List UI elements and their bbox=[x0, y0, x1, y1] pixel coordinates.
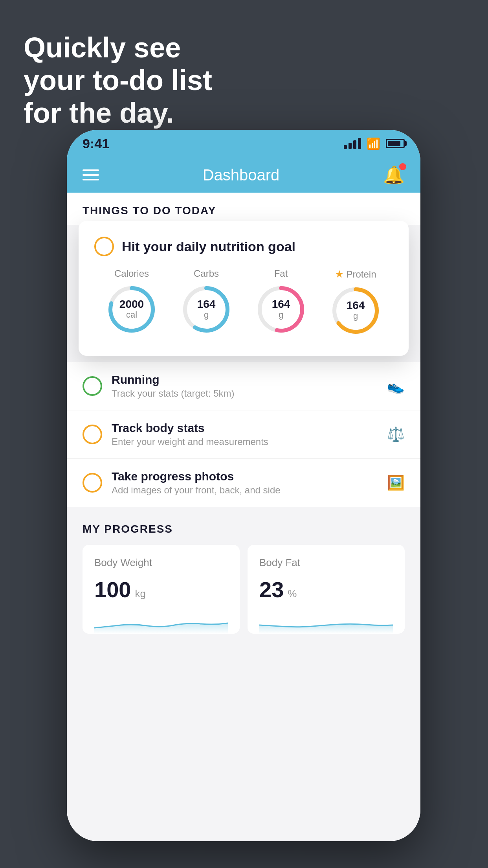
body-stats-subtitle: Enter your weight and measurements bbox=[112, 436, 378, 447]
content-area: THINGS TO DO TODAY Hit your daily nutrit… bbox=[67, 193, 420, 841]
status-bar: 9:41 📶 bbox=[67, 130, 420, 157]
carbs-ring: 164 g bbox=[181, 284, 232, 335]
body-fat-value: 23 bbox=[259, 577, 284, 602]
fat-value: 164 bbox=[272, 299, 290, 310]
running-shoe-icon: 👟 bbox=[387, 378, 405, 394]
calories-value: 2000 bbox=[119, 299, 144, 310]
calories-unit: cal bbox=[119, 310, 144, 320]
things-to-do-header: THINGS TO DO TODAY bbox=[67, 193, 420, 225]
todo-list: Running Track your stats (target: 5km) 👟… bbox=[67, 362, 420, 507]
section-title: THINGS TO DO TODAY bbox=[83, 204, 405, 217]
wifi-icon: 📶 bbox=[367, 137, 380, 150]
photos-subtitle: Add images of your front, back, and side bbox=[112, 485, 378, 496]
nutrition-card[interactable]: Hit your daily nutrition goal Calories 2… bbox=[79, 221, 409, 356]
running-checkbox[interactable] bbox=[83, 376, 102, 396]
calories-ring: 2000 cal bbox=[106, 284, 157, 335]
body-weight-label: Body Weight bbox=[94, 557, 228, 569]
body-fat-chart bbox=[259, 610, 393, 634]
carbs-ring-item: Carbs 164 g bbox=[181, 268, 232, 335]
nutrition-rings-row: Calories 2000 cal Carbs bbox=[94, 268, 393, 336]
photos-checkbox[interactable] bbox=[83, 473, 102, 493]
progress-cards-row: Body Weight 100 kg bbox=[83, 545, 405, 634]
signal-icon bbox=[344, 138, 361, 149]
notification-bell-icon[interactable]: 🔔 bbox=[383, 165, 405, 185]
battery-icon bbox=[386, 139, 405, 148]
running-text: Running Track your stats (target: 5km) bbox=[112, 373, 378, 399]
scale-icon: ⚖️ bbox=[387, 426, 405, 443]
phone-frame: 9:41 📶 Dashboard 🔔 THINGS TO DO TODAY bbox=[67, 130, 420, 841]
body-weight-card[interactable]: Body Weight 100 kg bbox=[83, 545, 240, 634]
headline: Quickly see your to-do list for the day. bbox=[24, 31, 212, 129]
running-title: Running bbox=[112, 373, 378, 386]
fat-unit: g bbox=[272, 310, 290, 320]
protein-value: 164 bbox=[347, 300, 365, 311]
progress-section-title: MY PROGRESS bbox=[83, 523, 405, 535]
status-time: 9:41 bbox=[83, 136, 109, 151]
body-weight-chart bbox=[94, 610, 228, 634]
body-fat-unit: % bbox=[288, 588, 297, 600]
todo-item-running[interactable]: Running Track your stats (target: 5km) 👟 bbox=[67, 362, 420, 410]
carbs-unit: g bbox=[197, 310, 216, 320]
protein-ring-item: ★ Protein 164 g bbox=[330, 268, 381, 336]
body-stats-title: Track body stats bbox=[112, 421, 378, 435]
fat-ring: 164 g bbox=[255, 284, 306, 335]
fat-label: Fat bbox=[274, 268, 288, 279]
nav-bar: Dashboard 🔔 bbox=[67, 157, 420, 193]
nutrition-checkbox[interactable] bbox=[94, 237, 114, 256]
nav-title: Dashboard bbox=[203, 166, 280, 184]
calories-label: Calories bbox=[114, 268, 149, 279]
protein-label: ★ Protein bbox=[335, 268, 376, 280]
star-icon: ★ bbox=[335, 268, 344, 280]
body-weight-value: 100 bbox=[94, 577, 131, 602]
body-fat-card[interactable]: Body Fat 23 % bbox=[248, 545, 405, 634]
todo-item-body-stats[interactable]: Track body stats Enter your weight and m… bbox=[67, 410, 420, 459]
status-icons: 📶 bbox=[344, 137, 405, 150]
todo-item-photos[interactable]: Take progress photos Add images of your … bbox=[67, 459, 420, 507]
body-weight-unit: kg bbox=[135, 588, 145, 600]
body-fat-value-row: 23 % bbox=[259, 577, 393, 602]
body-stats-checkbox[interactable] bbox=[83, 425, 102, 444]
nutrition-card-title-row: Hit your daily nutrition goal bbox=[94, 237, 393, 256]
fat-ring-item: Fat 164 g bbox=[255, 268, 306, 335]
body-fat-label: Body Fat bbox=[259, 557, 393, 569]
body-stats-text: Track body stats Enter your weight and m… bbox=[112, 421, 378, 447]
my-progress-section: MY PROGRESS Body Weight 100 kg bbox=[67, 523, 420, 634]
running-subtitle: Track your stats (target: 5km) bbox=[112, 388, 378, 399]
body-weight-value-row: 100 kg bbox=[94, 577, 228, 602]
nutrition-card-title: Hit your daily nutrition goal bbox=[122, 239, 295, 254]
calories-ring-item: Calories 2000 cal bbox=[106, 268, 157, 335]
carbs-label: Carbs bbox=[194, 268, 219, 279]
portrait-icon: 🖼️ bbox=[387, 474, 405, 491]
photos-title: Take progress photos bbox=[112, 470, 378, 483]
carbs-value: 164 bbox=[197, 299, 216, 310]
hamburger-menu[interactable] bbox=[83, 169, 99, 180]
notification-dot bbox=[399, 163, 406, 170]
protein-ring: 164 g bbox=[330, 285, 381, 336]
protein-unit: g bbox=[347, 311, 365, 321]
photos-text: Take progress photos Add images of your … bbox=[112, 470, 378, 496]
